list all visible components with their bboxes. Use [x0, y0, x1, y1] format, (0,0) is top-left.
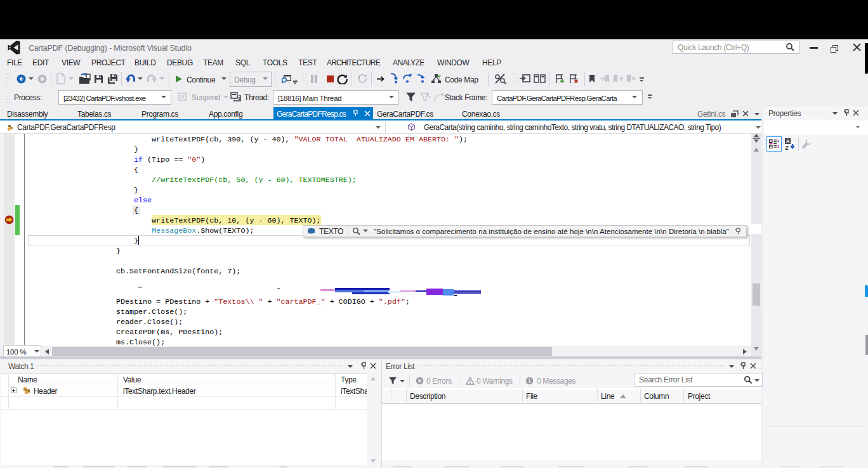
svg-text:1: 1 — [238, 96, 241, 101]
svg-text:Z: Z — [786, 145, 789, 150]
svg-text:A: A — [786, 138, 790, 145]
